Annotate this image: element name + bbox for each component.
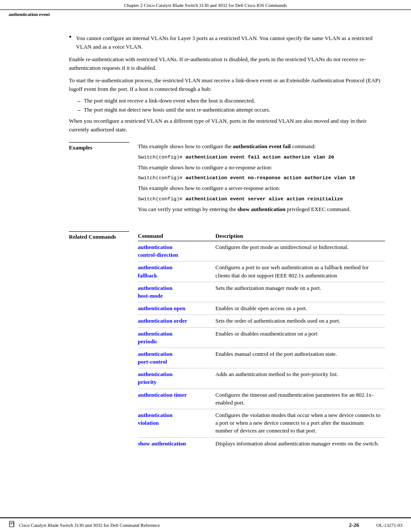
table-header-row: Command Description	[138, 231, 385, 241]
cmd-link[interactable]: authentication	[138, 264, 172, 271]
cmd-link[interactable]: priority	[138, 379, 156, 385]
dash-item-1: – The port might not receive a link-down…	[78, 97, 385, 104]
table-row: authenticationport-controlEnables manual…	[138, 348, 385, 368]
table-row: authenticationviolationConfigures the vi…	[138, 409, 385, 438]
table-row: authenticationpriorityAdds an authentica…	[138, 368, 385, 389]
cmd-cell[interactable]: authentication order	[138, 315, 215, 327]
related-label: Related Commands	[69, 231, 129, 240]
cmd-cell[interactable]: show authentication	[138, 437, 215, 450]
ex4-end: privileged EXEC command.	[286, 206, 351, 212]
cmd-cell[interactable]: authenticationcontrol-direction	[138, 241, 215, 261]
code-bold-1: authentication event fail action authori…	[185, 154, 334, 160]
table-row: authenticationfallbackConfigures a port …	[138, 261, 385, 282]
example-1-intro: This example shows how to configure the …	[138, 142, 385, 151]
dash-text-2: The port might not detect new hosts unti…	[84, 106, 271, 113]
cmd-link[interactable]: authentication	[138, 371, 172, 377]
cmd-cell[interactable]: authenticationviolation	[138, 409, 215, 438]
cmd-cell[interactable]: authenticationport-control	[138, 348, 215, 368]
dash-icon-2: –	[78, 106, 81, 113]
example-2-intro: This example shows how to configure a no…	[138, 163, 385, 172]
cmd-link[interactable]: authentication	[138, 351, 172, 357]
desc-cell: Enables manual control of the port autho…	[215, 348, 385, 368]
desc-cell: Adds an authentication method to the por…	[215, 368, 385, 389]
cmd-link[interactable]: control-direction	[138, 252, 178, 258]
cmd-cell[interactable]: authentication timer	[138, 389, 215, 409]
para-2: To start the re-authentication process, …	[69, 76, 385, 93]
dash-list: – The port might not receive a link-down…	[78, 97, 385, 113]
code-bold-2: authentication event no-response action …	[185, 175, 355, 180]
page-wrapper: Chapter 2 Cisco Catalyst Blade Switch 31…	[0, 0, 411, 532]
cmd-link[interactable]: port-control	[138, 358, 167, 365]
code-prefix-3: Switch(config)#	[138, 196, 185, 202]
code-line-2: Switch(config)# authentication event no-…	[138, 175, 385, 180]
table-row: authenticationcontrol-directionConfigure…	[138, 241, 385, 261]
examples-section: Examples This example shows how to confi…	[69, 142, 385, 217]
examples-body: This example shows how to configure the …	[138, 142, 385, 217]
cmd-cell[interactable]: authenticationhost-mode	[138, 282, 215, 302]
code-prefix-2: Switch(config)#	[138, 175, 185, 180]
desc-cell: Sets the authorization manager mode on a…	[215, 282, 385, 302]
col-description-header: Description	[215, 231, 385, 241]
cmd-cell[interactable]: authenticationpriority	[138, 368, 215, 389]
example-4-intro: You can verify your settings by entering…	[138, 205, 385, 214]
examples-label: Examples	[69, 142, 129, 151]
related-section: Related Commands Command Description aut…	[69, 231, 385, 450]
desc-cell: Enables or disable open access on a port…	[215, 302, 385, 315]
cmd-link[interactable]: show authentication	[138, 440, 186, 447]
desc-cell: Enables or disables reauthentication on …	[215, 327, 385, 348]
cmd-link[interactable]: fallback	[138, 272, 157, 279]
desc-cell: Configures the port mode as unidirection…	[215, 241, 385, 261]
cmd-link[interactable]: authentication	[138, 285, 172, 291]
cmd-link[interactable]: violation	[138, 420, 159, 426]
dash-text-1: The port might not receive a link-down e…	[84, 97, 255, 104]
table-row: authentication timerConfigures the timeo…	[138, 389, 385, 409]
cmd-link[interactable]: authentication order	[138, 317, 187, 324]
sub-header: authentication event	[0, 10, 411, 17]
bullet-list: • You cannot configure an internal VLANs…	[69, 34, 385, 51]
col-command-header: Command	[138, 231, 215, 241]
cmd-link[interactable]: periodic	[138, 338, 158, 345]
code-bold-3: authentication event server alive action…	[185, 196, 343, 202]
cmd-cell[interactable]: authenticationperiodic	[138, 327, 215, 348]
para-1: Enable re-authentication with restricted…	[69, 55, 385, 72]
dash-item-2: – The port might not detect new hosts un…	[78, 106, 385, 113]
book-svg	[9, 521, 16, 528]
cmd-link[interactable]: authentication	[138, 412, 172, 418]
desc-cell: Sets the order of authentication methods…	[215, 315, 385, 327]
code-line-1: Switch(config)# authentication event fai…	[138, 154, 385, 160]
cmd-link[interactable]: authentication open	[138, 305, 185, 311]
code-prefix-1: Switch(config)#	[138, 154, 185, 160]
sub-header-text: authentication event	[9, 12, 50, 17]
related-table: Command Description authenticationcontro…	[138, 231, 385, 450]
cmd-link[interactable]: host-mode	[138, 292, 163, 299]
footer-right: 2-26 OL-13271-03	[349, 522, 402, 529]
desc-cell: Configures the timeout and reauthenticat…	[215, 389, 385, 409]
table-row: authenticationperiodicEnables or disable…	[138, 327, 385, 348]
table-row: authentication openEnables or disable op…	[138, 302, 385, 315]
ex1-bold-cmd: authentication event fail	[233, 143, 291, 149]
desc-cell: Configures the violation modes that occu…	[215, 409, 385, 438]
table-row: show authenticationDisplays information …	[138, 437, 385, 450]
list-item: • You cannot configure an internal VLANs…	[69, 34, 385, 51]
ex4-bold: show authentication	[237, 206, 286, 212]
table-row: authentication orderSets the order of au…	[138, 315, 385, 327]
ex1-intro-text: This example shows how to configure the	[138, 143, 233, 149]
ex4-intro: You can verify your settings by entering…	[138, 206, 237, 212]
page-number: 2-26	[349, 522, 359, 529]
bullet-text: You cannot configure an internal VLANs f…	[76, 34, 385, 51]
page-footer: Cisco Catalyst Blade Switch 3130 and 303…	[0, 517, 411, 532]
cmd-link[interactable]: authentication	[138, 244, 172, 250]
code-line-3: Switch(config)# authentication event ser…	[138, 196, 385, 202]
para-after-dashes: When you reconfigure a restricted VLAN a…	[69, 117, 385, 134]
book-icon	[9, 521, 16, 529]
table-row: authenticationhost-modeSets the authoriz…	[138, 282, 385, 302]
desc-cell: Displays information about authenticatio…	[215, 437, 385, 450]
footer-center-text: Cisco Catalyst Blade Switch 3130 and 303…	[19, 523, 160, 528]
svg-rect-0	[9, 521, 14, 527]
cmd-link[interactable]: authentication	[138, 330, 172, 337]
cmd-cell[interactable]: authenticationfallback	[138, 261, 215, 282]
header-center: Chapter 2 Cisco Catalyst Blade Switch 31…	[9, 3, 402, 8]
cmd-cell[interactable]: authentication open	[138, 302, 215, 315]
main-content: • You cannot configure an internal VLANs…	[0, 25, 411, 227]
cmd-link[interactable]: authentication timer	[138, 392, 187, 398]
